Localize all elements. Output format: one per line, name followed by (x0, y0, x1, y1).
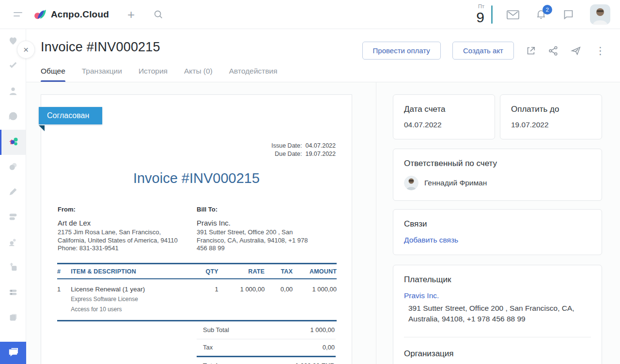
pay-until-value[interactable]: 19.07.2022 (511, 121, 591, 129)
row-tax: 0,00 (264, 279, 293, 321)
sliders-icon (8, 287, 18, 300)
table-row: 1 License Renewal (1 year) Express Softw… (57, 279, 337, 321)
pay-until-card: Оплатить до 19.07.2022 (500, 94, 602, 139)
row-rate: 1 000,00 (218, 279, 265, 321)
logo-icon (34, 8, 46, 21)
payer-address: 391 Sutter Street, Office 200 , San Fran… (408, 303, 591, 324)
search-icon[interactable] (153, 9, 164, 20)
coin-icon (8, 161, 18, 174)
person-icon (8, 86, 18, 98)
invoice-items-table: # ITEM & DESCRIPTION QTY RATE TAX AMOUNT… (57, 263, 337, 321)
tab-history[interactable]: История (139, 67, 168, 82)
header-actions: Провести оплату Создать акт ⋮ (362, 42, 607, 60)
invoice-date-label: Дата счета (404, 105, 484, 114)
calendar-date-widget[interactable]: Пт 9 (476, 4, 484, 25)
col-qty: QTY (179, 263, 218, 279)
finance-icon (7, 136, 19, 149)
module-sidebar (0, 29, 26, 364)
share-icon[interactable] (548, 46, 558, 56)
box-icon (8, 312, 18, 325)
tab-transactions[interactable]: Транзакции (82, 67, 122, 82)
due-date-value: 19.07.2022 (305, 151, 336, 157)
sidebar-item-modules[interactable] (0, 306, 26, 331)
divider-bar (491, 5, 493, 24)
user-avatar[interactable] (590, 4, 610, 25)
chat-bubble-icon (8, 348, 18, 358)
subtotal-row: Sub Total1 000,00 (197, 321, 336, 339)
status-badge[interactable]: Согласован (39, 107, 102, 124)
relations-label: Связи (404, 219, 591, 229)
weekday-label: Пт (478, 4, 484, 9)
tab-autoactions[interactable]: Автодействия (229, 67, 278, 82)
item-detail: Access for 10 users (71, 306, 179, 313)
sidebar-item-storage[interactable] (0, 256, 26, 281)
invoice-dates: Issue Date: 04.07.2022 Due Date: 19.07.2… (41, 142, 352, 158)
process-payment-button[interactable]: Провести оплату (362, 42, 441, 60)
people-icon (8, 237, 18, 249)
sidebar-item-finance-active[interactable] (0, 130, 26, 155)
sidebar-item-settings[interactable] (0, 281, 26, 306)
billto-name: Pravis Inc. (197, 219, 318, 227)
status-badge-fold (39, 125, 45, 131)
payer-label: Плательщик (404, 275, 591, 285)
col-num: # (57, 263, 71, 279)
col-amount: AMOUNT (293, 263, 337, 279)
item-name: License Renewal (1 year) (71, 286, 179, 293)
row-amount: 1 000,00 (293, 279, 337, 321)
tab-general[interactable]: Общее (41, 67, 65, 82)
invoice-totals: Sub Total1 000,00 Tax0,00 Total1 000,00 … (197, 321, 336, 364)
issue-date-value: 04.07.2022 (305, 142, 336, 149)
check-icon (8, 61, 18, 73)
panel-divider (376, 82, 376, 364)
sidebar-item-contacts[interactable] (0, 79, 26, 105)
hamburger-menu-icon[interactable] (14, 12, 23, 16)
relations-card: Связи Добавить связь (393, 209, 602, 255)
payer-card: Плательщик Pravis Inc. 391 Sutter Street… (393, 265, 602, 364)
sidebar-item-clients[interactable] (0, 230, 26, 256)
details-panel: Дата счета 04.07.2022 Оплатить до 19.07.… (393, 94, 602, 364)
payer-link[interactable]: Pravis Inc. (404, 291, 439, 300)
billto-label: Bill To: (197, 206, 318, 213)
sidebar-item-payments[interactable] (0, 155, 26, 180)
row-num: 1 (57, 279, 71, 321)
sidebar-item-notes[interactable] (0, 180, 26, 205)
invoice-document: Согласован Issue Date: 04.07.2022 Due Da… (41, 94, 352, 364)
total-row: Total1 000,00 EUR (197, 357, 336, 364)
col-rate: RATE (218, 263, 265, 279)
support-chat-button[interactable] (0, 342, 26, 364)
row-qty: 1 (179, 279, 218, 321)
sidebar-item-projects[interactable] (0, 205, 26, 230)
billto-address: 391 Sutter Street, Office 200 , San Fran… (197, 228, 318, 253)
app-logo[interactable]: Аспро.Cloud (34, 8, 109, 21)
day-number: 9 (476, 10, 484, 25)
notifications-bell-icon[interactable]: 2 (535, 9, 547, 20)
pay-until-label: Оплатить до (511, 105, 591, 114)
chat-icon[interactable] (562, 9, 574, 20)
col-item: ITEM & DESCRIPTION (71, 263, 179, 279)
invoice-parties: From: Art de Lex 2175 Jim Rosa Lane, San… (41, 206, 352, 253)
col-tax: TAX (264, 263, 293, 279)
invoice-date-value[interactable]: 04.07.2022 (404, 121, 484, 129)
invoice-doc-title: Invoice #INV000215 (41, 170, 352, 186)
main-area: × Invoice #INV000215 Общее Транзакции Ис… (26, 29, 620, 364)
notification-count-badge: 2 (542, 5, 552, 15)
sidebar-item-messages[interactable] (0, 105, 26, 130)
open-external-icon[interactable] (526, 46, 536, 56)
issue-date-label: Issue Date: (271, 142, 302, 149)
organization-label: Организация (404, 349, 591, 359)
tab-acts[interactable]: Акты (0) (184, 67, 213, 82)
create-plus-button[interactable]: + (127, 8, 135, 21)
mail-icon[interactable] (506, 9, 520, 20)
add-relation-link[interactable]: Добавить связь (404, 236, 458, 244)
close-button[interactable]: × (17, 41, 35, 59)
from-address: 2175 Jim Rosa Lane, San Francisco, Calif… (58, 228, 179, 253)
pencil-icon (8, 186, 18, 199)
more-menu-icon[interactable]: ⋮ (593, 46, 607, 56)
responsible-avatar (404, 176, 418, 190)
tax-row: Tax0,00 (197, 339, 336, 357)
top-bar: Аспро.Cloud + Пт 9 2 (0, 0, 620, 29)
sidebar-item-tasks[interactable] (0, 54, 26, 79)
create-act-button[interactable]: Создать акт (452, 42, 514, 60)
send-icon[interactable] (570, 46, 582, 56)
table-header-row: # ITEM & DESCRIPTION QTY RATE TAX AMOUNT (57, 263, 337, 279)
